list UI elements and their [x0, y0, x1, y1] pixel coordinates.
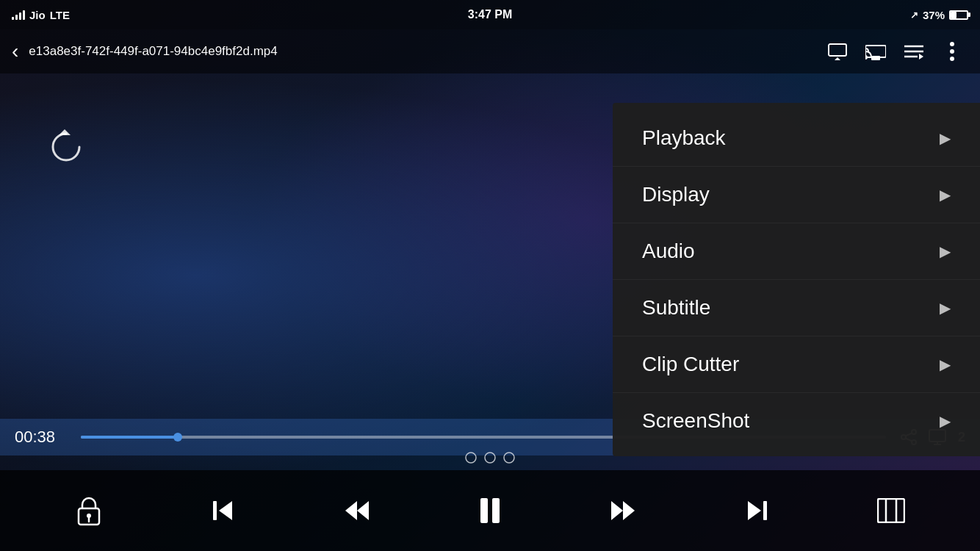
- airplay-button[interactable]: [821, 35, 854, 68]
- menu-item-subtitle-label: Subtitle: [642, 296, 710, 320]
- svg-marker-30: [357, 501, 369, 520]
- svg-point-3: [865, 55, 868, 60]
- menu-item-screenshot[interactable]: ScreenShot ▶: [613, 393, 980, 449]
- svg-marker-34: [611, 501, 623, 520]
- battery-percent: 37%: [923, 9, 945, 21]
- menu-item-clip-cutter[interactable]: Clip Cutter ▶: [613, 336, 980, 393]
- svg-rect-31: [480, 498, 488, 523]
- skip-next-button[interactable]: [739, 498, 776, 523]
- svg-marker-27: [219, 501, 232, 520]
- clip-cutter-arrow-icon: ▶: [940, 356, 951, 373]
- status-left: Jio LTE: [12, 9, 70, 21]
- svg-rect-37: [878, 499, 904, 522]
- more-options-button[interactable]: [936, 35, 968, 68]
- menu-item-clip-cutter-label: Clip Cutter: [642, 353, 739, 376]
- dropdown-menu: Playback ▶ Display ▶ Audio ▶ Subtitle ▶ …: [613, 103, 980, 456]
- aspect-ratio-button[interactable]: [873, 498, 909, 523]
- svg-rect-28: [213, 501, 217, 520]
- dot-indicators: [464, 451, 516, 464]
- svg-rect-4: [871, 56, 880, 60]
- display-arrow-icon: ▶: [940, 186, 951, 204]
- progress-handle[interactable]: [173, 433, 182, 442]
- status-bar: Jio LTE 3:47 PM ↗ 37%: [0, 0, 980, 29]
- svg-marker-29: [345, 501, 357, 520]
- top-bar: ‹ e13a8e3f-742f-449f-a071-94bc4e9fbf2d.m…: [0, 29, 980, 73]
- cast-button[interactable]: [860, 35, 892, 68]
- svg-point-9: [950, 42, 954, 46]
- svg-point-21: [466, 453, 476, 463]
- status-right: ↗ 37%: [910, 9, 968, 21]
- rewind-button[interactable]: [338, 500, 375, 522]
- signal-bars: [12, 10, 25, 20]
- fast-forward-button[interactable]: [605, 500, 642, 522]
- svg-point-23: [504, 453, 514, 463]
- lock-button[interactable]: [71, 495, 107, 526]
- playlist-button[interactable]: [898, 35, 930, 68]
- replay-button[interactable]: [44, 125, 88, 169]
- svg-marker-33: [623, 501, 635, 520]
- subtitle-arrow-icon: ▶: [940, 299, 951, 317]
- menu-item-display-label: Display: [642, 183, 710, 206]
- pause-button[interactable]: [472, 497, 508, 525]
- timestamp: 00:38: [15, 428, 66, 447]
- file-name: e13a8e3f-742f-449f-a071-94bc4e9fbf2d.mp4: [29, 43, 821, 60]
- location-icon: ↗: [910, 10, 918, 21]
- svg-marker-1: [833, 57, 842, 60]
- audio-arrow-icon: ▶: [940, 242, 951, 260]
- svg-marker-12: [59, 129, 71, 135]
- progress-fill: [81, 436, 178, 439]
- menu-item-display[interactable]: Display ▶: [613, 167, 980, 223]
- status-time: 3:47 PM: [468, 8, 512, 21]
- network-type-label: LTE: [50, 9, 70, 21]
- svg-rect-32: [492, 498, 500, 523]
- playback-arrow-icon: ▶: [940, 129, 951, 147]
- svg-rect-36: [763, 501, 767, 520]
- skip-prev-button[interactable]: [204, 498, 241, 523]
- menu-item-audio-label: Audio: [642, 240, 695, 263]
- carrier-label: Jio: [29, 9, 46, 21]
- svg-point-22: [485, 453, 495, 463]
- controls-bar: [0, 470, 980, 551]
- menu-item-playback-label: Playback: [642, 126, 726, 150]
- svg-marker-8: [919, 54, 923, 60]
- screenshot-arrow-icon: ▶: [940, 412, 951, 430]
- menu-item-playback[interactable]: Playback ▶: [613, 110, 980, 167]
- svg-marker-35: [748, 501, 761, 520]
- svg-point-11: [950, 57, 954, 61]
- menu-item-subtitle[interactable]: Subtitle ▶: [613, 280, 980, 336]
- battery-icon: [949, 10, 968, 20]
- top-icons: [821, 35, 968, 68]
- back-button[interactable]: ‹: [12, 41, 18, 62]
- svg-point-10: [950, 49, 954, 54]
- menu-item-screenshot-label: ScreenShot: [642, 409, 749, 433]
- svg-rect-0: [829, 44, 846, 56]
- menu-item-audio[interactable]: Audio ▶: [613, 223, 980, 280]
